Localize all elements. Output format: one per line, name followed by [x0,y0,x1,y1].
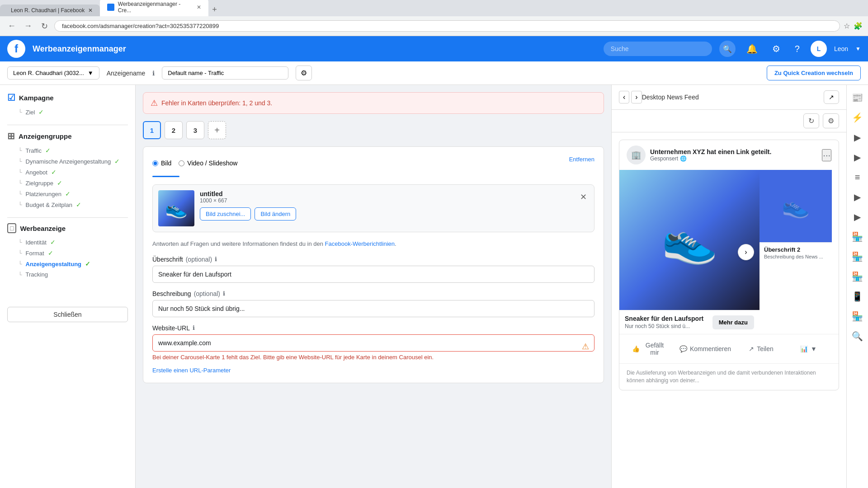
new-tab-button[interactable]: + [208,3,221,16]
sidebar-item-tracking[interactable]: └ Tracking [7,269,128,280]
sidebar-label-zielgruppe: Zielgruppe [26,180,53,187]
description-field-label: Beschreibung (optional) ℹ [152,290,594,297]
settings-button[interactable]: ⚙ [769,40,784,58]
tab-inactive[interactable]: Leon R. Chaudhari | Facebook ✕ [0,5,100,16]
add-card-button[interactable]: + [208,121,226,139]
stats-button[interactable]: 📊 ▼ [786,342,831,356]
next-placement-button[interactable]: › [631,91,642,103]
sidebar-store-icon-btn-2[interactable]: 🏪 [849,248,867,266]
preview-settings-button[interactable]: ⚙ [823,113,839,128]
description-input[interactable] [152,300,594,317]
sidebar-instant-icon-btn[interactable]: ⚡ [849,108,867,127]
tab-active[interactable]: Werbeanzeigenmanager - Cre... ✕ [100,0,208,16]
sidebar-video-icon-btn-1[interactable]: ▶ [849,128,867,146]
sidebar-label-identitaet: Identität [26,239,47,246]
sidebar-item-angebot[interactable]: └ Angebot ✓ [7,167,128,178]
back-button[interactable]: ← [5,20,18,33]
format-bild-label: Bild [161,160,171,167]
search-button[interactable]: 🔍 [719,41,736,57]
sidebar-item-traffic[interactable]: └ Traffic ✓ [7,145,128,156]
card-tab-1[interactable]: 1 [143,121,161,139]
refresh-preview-button[interactable]: ↻ [803,113,819,128]
format-bild-option[interactable]: Bild [152,160,171,167]
sidebar-tree-icon-8: └ [18,239,22,245]
fb-policies-link[interactable]: Facebook-Werberichtlinien [325,240,395,247]
extension-icon[interactable]: 🧩 [854,22,863,30]
headline-info-icon[interactable]: ℹ [215,256,217,263]
format-video-option[interactable]: Video / Slideshow [179,160,237,167]
headline-label-text: Überschrift [152,256,183,263]
sidebar-tree-icon-3: └ [18,158,22,164]
company-name-text: Unternehmen XYZ [650,148,705,155]
sidebar-item-zielgruppe[interactable]: └ Zielgruppe ✓ [7,178,128,188]
account-selector[interactable]: Leon R. Chaudhari (3032... ▼ [7,66,99,80]
sidebar-search-icon-btn[interactable]: 🔍 [849,327,867,345]
ad-more-button[interactable]: ··· [822,149,831,161]
external-preview-button[interactable]: ↗ [824,90,839,104]
change-image-button[interactable]: Bild ändern [255,207,296,221]
sidebar: ☑ Kampagne └ Ziel ✓ ⊞ Anzeigengruppe [0,85,136,488]
help-button[interactable]: ? [791,40,803,58]
ad-name-input[interactable] [162,66,288,80]
reload-button[interactable]: ↻ [38,20,51,33]
format-bild-radio[interactable] [152,160,158,166]
sidebar-mobile-icon-btn[interactable]: 📱 [849,287,867,305]
image-remove-button[interactable]: ✕ [578,190,589,204]
like-button[interactable]: 👍 Gefällt mir [627,338,672,360]
sidebar-item-platzierungen[interactable]: └ Platzierungen ✓ [7,188,128,199]
user-dropdown-icon[interactable]: ▼ [855,46,861,52]
sidebar-news-feed-icon-btn[interactable]: 📰 [849,89,867,107]
comment-button[interactable]: 💬 Kommentieren [674,342,736,356]
app-title: Werbeanzeigenmanager [33,44,126,54]
ad-settings-button[interactable]: ⚙ [296,66,312,80]
main-content: ☑ Kampagne └ Ziel ✓ ⊞ Anzeigengruppe [0,85,868,488]
image-size: 1000 × 667 [200,197,573,204]
url-param-link[interactable]: Erstelle einen URL-Parameter [152,367,594,374]
format-video-radio[interactable] [179,160,184,166]
right-section: ‹ › Desktop News Feed ↗ ↻ ⚙ [611,85,868,488]
website-url-input[interactable] [152,334,594,352]
tab-close-1[interactable]: ✕ [88,7,93,14]
website-url-info-icon[interactable]: ℹ [193,324,195,331]
sidebar-video-icon-btn-4[interactable]: ▶ [849,208,867,226]
avatar[interactable]: L [811,41,827,57]
ad-name-info-icon[interactable]: ℹ [152,70,155,77]
notifications-button[interactable]: 🔔 [743,40,761,58]
sidebar-list-icon-btn[interactable]: ≡ [849,168,867,186]
card-tab-2[interactable]: 2 [165,121,183,139]
description-info-icon[interactable]: ℹ [223,290,225,297]
search-input[interactable] [604,42,712,56]
forward-button[interactable]: → [22,20,34,33]
sidebar-item-format[interactable]: └ Format ✓ [7,248,128,258]
sidebar-header-kampagne: ☑ Kampagne [7,92,128,103]
sidebar-item-identitaet[interactable]: └ Identität ✓ [7,237,128,248]
sidebar-video-icon-btn-3[interactable]: ▶ [849,188,867,206]
share-button[interactable]: ↗ Teilen [738,342,784,356]
bookmark-icon[interactable]: ☆ [844,22,850,30]
close-button[interactable]: Schließen [7,307,128,322]
sidebar-item-dynamische[interactable]: └ Dynamische Anzeigengestaltung ✓ [7,156,128,167]
crop-button[interactable]: Bild zuschnei... [200,207,251,221]
headline-input[interactable] [152,266,594,283]
image-thumbnail: 👟 [158,190,194,226]
quick-creation-button[interactable]: Zu Quick Creation wechseln [767,66,861,80]
tab-close-2[interactable]: ✕ [197,4,201,10]
sidebar-store-icon-btn-3[interactable]: 🏪 [849,267,867,286]
slide-1-cta-button[interactable]: Mehr dazu [712,315,754,329]
sidebar-item-anzeigengestaltung[interactable]: └ Anzeigengestaltung ✓ [7,258,128,269]
sidebar-video-icon-btn-2[interactable]: ▶ [849,148,867,166]
url-warning-icon: ⚠ [582,342,589,352]
sidebar-item-budget[interactable]: └ Budget & Zeitplan ✓ [7,199,128,210]
card-tab-3[interactable]: 3 [186,121,204,139]
prev-placement-button[interactable]: ‹ [619,91,629,103]
like-icon: 👍 [632,345,640,352]
preview-placement-label: Desktop News Feed [642,94,699,101]
tab-bar: Leon R. Chaudhari | Facebook ✕ Werbeanze… [0,0,868,16]
address-bar[interactable] [54,20,840,32]
sidebar-store-icon-btn-1[interactable]: 🏪 [849,228,867,246]
remove-link[interactable]: Entfernen [569,156,594,163]
sidebar-store-icon-btn-4[interactable]: 🏪 [849,307,867,325]
sidebar-item-ziel[interactable]: └ Ziel ✓ [7,107,128,117]
image-upload-item: 👟 untitled 1000 × 667 Bild zuschnei... B… [152,184,594,232]
carousel-next-button[interactable]: › [738,244,754,260]
